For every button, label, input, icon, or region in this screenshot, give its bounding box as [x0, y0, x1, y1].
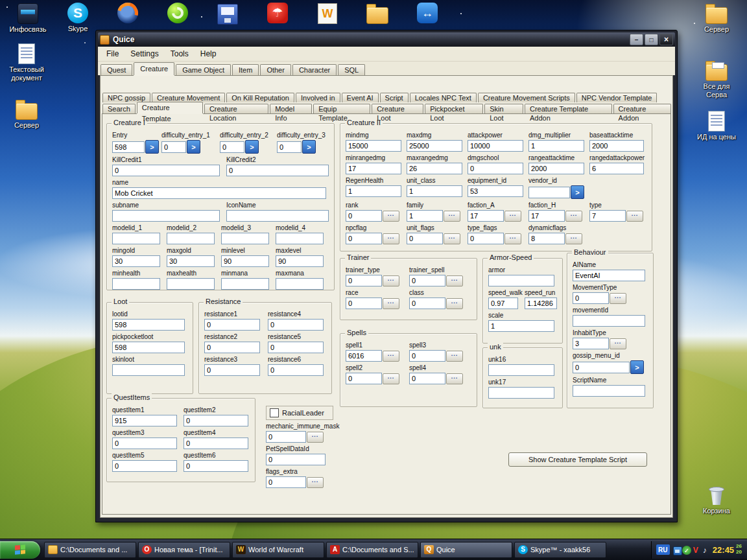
class-input[interactable] [409, 298, 445, 309]
movementid-input[interactable] [573, 315, 645, 327]
killcredit1-input[interactable] [112, 165, 220, 176]
family-browse-button[interactable] [444, 211, 460, 222]
minmana-input[interactable] [221, 278, 269, 290]
tab-sql[interactable]: SQL [338, 64, 365, 75]
green-shield-icon[interactable]: ✓ [682, 546, 691, 555]
race-browse-button[interactable] [383, 298, 399, 309]
trainer-type-input[interactable] [346, 275, 382, 286]
class-browse-button[interactable] [446, 298, 463, 309]
skinloot-input[interactable] [112, 364, 185, 376]
questitem4-input[interactable] [184, 438, 248, 449]
baseattacktime-input[interactable] [589, 140, 644, 152]
faction-a-browse-button[interactable] [504, 211, 521, 222]
dmg-multiplier-input[interactable] [528, 140, 584, 152]
race-input[interactable] [346, 298, 382, 309]
questitem3-input[interactable] [112, 438, 177, 449]
resistance5-input[interactable] [268, 342, 324, 353]
ainame-input[interactable] [573, 270, 645, 281]
spell2-input[interactable] [346, 373, 382, 384]
subtab-equip-template[interactable]: Equip Template [313, 104, 370, 113]
trainer-spell-browse-button[interactable] [446, 275, 463, 286]
mechanic-immune-mask-input[interactable] [266, 431, 306, 443]
desktop-icon-textdoc[interactable]: Текстовый документ [3, 43, 51, 82]
spell1-browse-button[interactable] [383, 351, 399, 362]
language-indicator[interactable]: RU [656, 544, 670, 555]
tab-other[interactable]: Other [260, 64, 291, 75]
modelid-1-input[interactable] [112, 233, 160, 244]
difficulty-entry-3-lookup-button[interactable] [302, 140, 316, 154]
unit-flags-input[interactable] [407, 233, 443, 244]
armor-input[interactable] [488, 275, 554, 286]
gossip-menu-id-input[interactable] [573, 362, 630, 373]
subtab-npc-vendor-template[interactable]: NPC Vendor Template [576, 93, 658, 102]
desktop-icon-wordw[interactable] [303, 3, 351, 25]
racial-leader-checkbox[interactable] [270, 408, 279, 417]
subtab-on-kill-reputation[interactable]: On Kill Reputation [226, 93, 294, 102]
taskbar-task-skype-xaakk56[interactable]: SSkype™ - xaakk56 [514, 542, 606, 558]
start-button[interactable] [0, 541, 40, 559]
minlevel-input[interactable] [221, 255, 269, 267]
unk16-input[interactable] [488, 364, 554, 376]
dynamicflags-input[interactable] [528, 233, 565, 244]
resistance1-input[interactable] [204, 319, 260, 331]
taskbar-task-c-documents-and[interactable]: C:\Documents and ... [44, 542, 136, 558]
pickpocketloot-input[interactable] [112, 342, 185, 353]
unk17-input[interactable] [488, 387, 554, 399]
minimize-button[interactable] [630, 34, 643, 45]
faction-h-input[interactable] [528, 210, 565, 222]
trainer-spell-input[interactable] [409, 275, 445, 286]
modelid-3-input[interactable] [221, 233, 269, 244]
movementtype-browse-button[interactable] [610, 293, 626, 304]
flags-extra-input[interactable] [266, 476, 306, 488]
maxdmg-input[interactable] [407, 140, 462, 152]
type-flags-input[interactable] [468, 233, 504, 244]
killcredit2-input[interactable] [226, 165, 329, 176]
taskbar-task-world-of-warcraft[interactable]: WWorld of Warcraft [232, 542, 324, 558]
desktop-icon-folder[interactable]: Сервер [3, 99, 51, 130]
questitem5-input[interactable] [112, 460, 177, 472]
questitem6-input[interactable] [184, 460, 248, 472]
questitem2-input[interactable] [184, 415, 248, 426]
attackpower-input[interactable] [468, 140, 523, 152]
type-input[interactable] [589, 210, 626, 222]
movementtype-input[interactable] [573, 292, 609, 304]
rangeattacktime-input[interactable] [528, 163, 584, 174]
subtab-locales-npc-text[interactable]: Locales NPC Text [410, 93, 477, 102]
flags-extra-browse-button[interactable] [307, 477, 324, 488]
subtab-npc-gossip[interactable]: NPC gossip [102, 93, 150, 102]
desktop-icon-textdoc[interactable]: ИД на цены [693, 110, 741, 141]
desktop-icon-folder[interactable] [353, 3, 401, 25]
rank-input[interactable] [346, 210, 382, 222]
dmgschool-input[interactable] [468, 163, 523, 174]
vendor-id-input[interactable] [528, 187, 570, 198]
inhabittype-input[interactable] [573, 338, 609, 349]
subtab-creature-template-addon[interactable]: Creature Template Addon [525, 104, 612, 113]
lootid-input[interactable] [112, 319, 185, 331]
family-input[interactable] [407, 210, 443, 222]
subtab-pickpocket-loot[interactable]: Pickpocket Loot [425, 104, 483, 113]
menu-settings[interactable]: Settings [124, 48, 164, 60]
subtab-skin-loot[interactable]: Skin Loot [484, 104, 523, 113]
difficulty-entry-3-input[interactable] [277, 141, 302, 153]
volume-icon[interactable]: ♪ [700, 546, 709, 555]
subtab-creature-location[interactable]: Creature Location [204, 104, 268, 113]
tab-quest[interactable]: Quest [101, 64, 132, 75]
name-input[interactable] [112, 187, 326, 199]
difficulty-entry-2-lookup-button[interactable] [245, 140, 259, 154]
resistance6-input[interactable] [268, 364, 324, 376]
taskbar-task-trinit[interactable]: OНовая тема - [Trinit... [138, 542, 230, 558]
mindmg-input[interactable] [346, 140, 401, 152]
inhabittype-browse-button[interactable] [610, 338, 626, 349]
scriptname-input[interactable] [573, 385, 645, 397]
maxgold-input[interactable] [167, 255, 215, 267]
scale-input[interactable] [488, 320, 554, 332]
subtab-creature-movement-scripts[interactable]: Creature Movement Scripts [478, 93, 575, 102]
spell1-input[interactable] [346, 350, 382, 362]
resistance2-input[interactable] [204, 342, 260, 353]
subtab-search[interactable]: Search [102, 104, 136, 113]
title-bar[interactable]: Quice [98, 32, 675, 47]
desktop-icon-greenapp[interactable] [154, 3, 202, 25]
spell2-browse-button[interactable] [383, 373, 399, 384]
minrangedmg-input[interactable] [346, 163, 401, 174]
red-v-icon[interactable]: V [691, 546, 700, 555]
